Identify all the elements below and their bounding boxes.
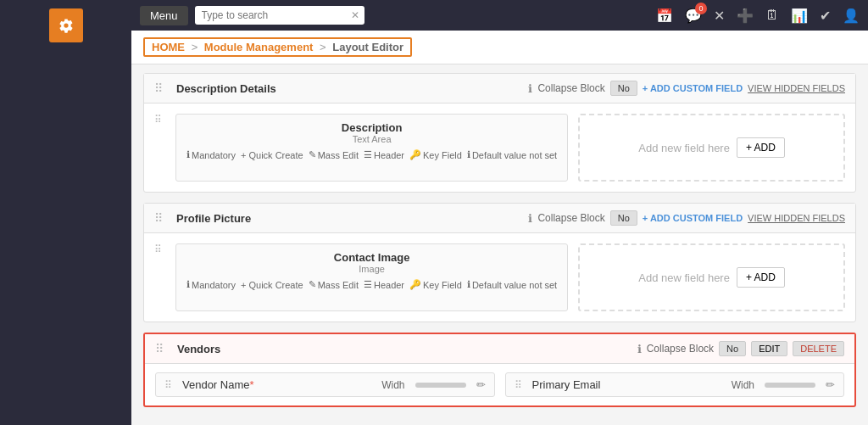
drag-handle-vendors[interactable]: ⠿ xyxy=(155,342,164,355)
drag-handle-description[interactable]: ⠿ xyxy=(154,81,163,95)
profile-picture-actions: ℹ Collapse Block No + ADD CUSTOM FIELD V… xyxy=(528,210,845,226)
mandatory-label: Mandatory xyxy=(192,150,236,160)
profile-picture-title: Profile Picture xyxy=(176,212,521,225)
mass-edit-label: Mass Edit xyxy=(318,150,359,160)
breadcrumb-sep2: > xyxy=(320,41,326,53)
breadcrumb-module[interactable]: Module Management xyxy=(204,41,314,53)
edit-vendors-button[interactable]: EDIT xyxy=(751,341,787,356)
ci-mandatory-item[interactable]: ℹ Mandatory xyxy=(186,279,236,290)
search-wrapper: ✕ xyxy=(195,6,364,25)
breadcrumb-home[interactable]: HOME xyxy=(152,41,185,53)
add-custom-field-description[interactable]: + ADD CUSTOM FIELD xyxy=(643,83,743,93)
chat-icon[interactable]: 💬 0 xyxy=(685,8,702,24)
chart-icon[interactable]: 📊 xyxy=(791,8,808,24)
search-input[interactable] xyxy=(195,6,364,25)
contact-image-field-name: Contact Image xyxy=(186,251,557,264)
primary-email-edit-icon[interactable]: ✏ xyxy=(826,378,835,391)
primary-email-widh-label: Widh xyxy=(732,379,754,391)
vendor-name-widh-slider[interactable] xyxy=(415,383,466,388)
primary-email-widh-slider[interactable] xyxy=(765,383,815,388)
ci-header-item[interactable]: ☰ Header xyxy=(364,279,404,290)
ci-default-value-label: Default value not set xyxy=(472,280,557,290)
vendors-fields-row: ⠿ Vendor Name* Widh ✏ ⠿ Primary Email Wi… xyxy=(145,364,854,405)
description-details-block: ⠿ Description Details ℹ Collapse Block N… xyxy=(143,73,856,193)
drag-handle-profile[interactable]: ⠿ xyxy=(154,211,163,225)
default-value-label: Default value not set xyxy=(472,150,557,160)
contact-image-field-meta: ℹ Mandatory + Quick Create ✎ Mass Edit ☰ xyxy=(186,279,557,290)
topbar-right: 📅 💬 0 ✕ ➕ 🗓 📊 ✔ 👤 xyxy=(656,8,860,24)
header-item[interactable]: ☰ Header xyxy=(364,149,404,160)
description-details-actions: ℹ Collapse Block No + ADD CUSTOM FIELD V… xyxy=(528,81,845,96)
info-icon-vendors[interactable]: ℹ xyxy=(637,343,642,355)
contact-image-field-type: Image xyxy=(186,264,557,274)
ci-quick-create-label: + Quick Create xyxy=(241,280,303,290)
description-field-card: Description Text Area ℹ Mandatory + Quic… xyxy=(175,114,568,182)
ci-header-icon: ☰ xyxy=(364,279,372,290)
vendor-name-drag[interactable]: ⠿ xyxy=(164,379,172,391)
topbar-left: Menu ✕ xyxy=(140,6,364,25)
calendar2-icon[interactable]: 🗓 xyxy=(765,8,779,23)
add-custom-field-profile[interactable]: + ADD CUSTOM FIELD xyxy=(643,213,743,223)
description-field-name: Description xyxy=(186,121,557,134)
check-icon[interactable]: ✔ xyxy=(820,8,831,24)
profile-picture-block: ⠿ Profile Picture ℹ Collapse Block No + … xyxy=(143,203,856,322)
view-hidden-description[interactable]: VIEW HIDDEN FIELDS xyxy=(748,83,845,93)
description-details-title: Description Details xyxy=(176,82,521,95)
add-here-profile[interactable]: + ADD xyxy=(737,267,785,288)
key-field-item[interactable]: 🔑 Key Field xyxy=(409,149,462,160)
mandatory-item[interactable]: ℹ Mandatory xyxy=(186,149,236,160)
drag-dots-description-field[interactable]: ⠿ xyxy=(154,114,162,182)
ci-default-value-item: ℹ Default value not set xyxy=(467,279,557,290)
notification-badge: 0 xyxy=(695,3,707,14)
vendors-block: ⠿ Vendors ℹ Collapse Block No EDIT DELET… xyxy=(143,333,856,407)
header-label: Header xyxy=(374,150,404,160)
profile-picture-header: ⠿ Profile Picture ℹ Collapse Block No + … xyxy=(144,204,855,233)
ci-quick-create-item[interactable]: + Quick Create xyxy=(241,279,303,290)
add-new-field-placeholder-description: Add new field here xyxy=(638,142,730,154)
ci-mandatory-label: Mandatory xyxy=(192,280,236,290)
mandatory-icon: ℹ xyxy=(186,149,190,160)
add-icon[interactable]: ➕ xyxy=(737,8,754,24)
vendor-name-label: Vendor Name* xyxy=(182,378,375,391)
collapse-label-description: Collapse Block xyxy=(537,82,604,94)
primary-email-drag[interactable]: ⠿ xyxy=(515,379,522,391)
main-content: Menu ✕ 📅 💬 0 ✕ ➕ 🗓 📊 ✔ 👤 HOME > Module M… xyxy=(131,0,868,425)
user-icon[interactable]: 👤 xyxy=(843,8,860,24)
ci-mass-edit-item[interactable]: ✎ Mass Edit xyxy=(309,279,359,290)
search-clear-icon[interactable]: ✕ xyxy=(351,9,359,21)
ci-mass-edit-icon: ✎ xyxy=(309,279,316,290)
calendar-icon[interactable]: 📅 xyxy=(656,8,673,24)
profile-picture-body: ⠿ Contact Image Image ℹ Mandatory + Quic… xyxy=(144,233,855,322)
collapse-no-profile[interactable]: No xyxy=(610,210,637,226)
info-icon-profile[interactable]: ℹ xyxy=(528,212,532,225)
vendors-actions: ℹ Collapse Block No EDIT DELETE xyxy=(637,341,844,356)
quick-create-label: + Quick Create xyxy=(241,150,303,160)
delete-vendors-button[interactable]: DELETE xyxy=(793,341,844,356)
ci-mandatory-icon: ℹ xyxy=(186,279,190,290)
menu-button[interactable]: Menu xyxy=(140,6,188,25)
sidebar xyxy=(0,0,131,425)
mass-edit-item[interactable]: ✎ Mass Edit xyxy=(309,149,359,160)
add-new-field-profile: Add new field here + ADD xyxy=(578,243,845,311)
view-hidden-profile[interactable]: VIEW HIDDEN FIELDS xyxy=(748,213,845,223)
description-details-header: ⠿ Description Details ℹ Collapse Block N… xyxy=(144,74,855,103)
drag-dots-profile-field[interactable]: ⠿ xyxy=(154,243,162,311)
collapse-no-vendors[interactable]: No xyxy=(719,341,746,356)
info-icon-description[interactable]: ℹ xyxy=(528,82,532,95)
vendor-name-text: Vendor Name xyxy=(182,378,250,391)
ci-key-field-item[interactable]: 🔑 Key Field xyxy=(409,279,462,290)
add-new-field-placeholder-profile: Add new field here xyxy=(638,271,730,284)
close-icon[interactable]: ✕ xyxy=(714,8,725,24)
header-icon: ☰ xyxy=(364,149,372,160)
primary-email-field: ⠿ Primary Email Widh ✏ xyxy=(505,372,845,397)
default-value-item: ℹ Default value not set xyxy=(467,149,557,160)
mass-edit-icon: ✎ xyxy=(309,149,316,160)
add-here-description[interactable]: + ADD xyxy=(737,137,785,158)
breadcrumb-box: HOME > Module Management > Layout Editor xyxy=(143,37,412,57)
collapse-no-description[interactable]: No xyxy=(610,81,637,96)
settings-button[interactable] xyxy=(49,8,83,42)
vendor-name-edit-icon[interactable]: ✏ xyxy=(476,378,486,391)
quick-create-item[interactable]: + Quick Create xyxy=(241,149,303,160)
collapse-label-profile: Collapse Block xyxy=(537,212,604,224)
ci-key-field-label: Key Field xyxy=(423,280,462,290)
